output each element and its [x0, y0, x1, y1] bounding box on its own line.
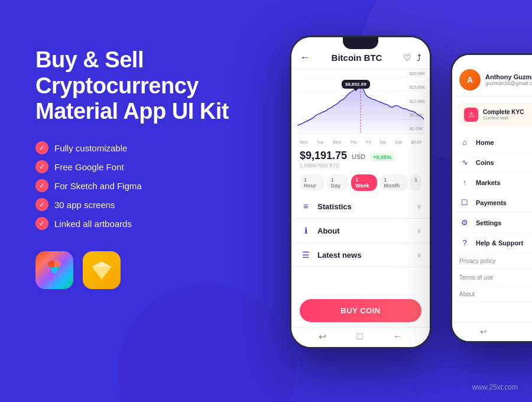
check-icon: ✓	[35, 179, 48, 192]
topbar-icons: ♡ ⤴	[403, 53, 421, 63]
nav-coins-label: Coins	[476, 159, 494, 166]
kyc-text: Complete KYC Current task	[483, 109, 524, 121]
accordion-about[interactable]: ℹ About ∨	[291, 219, 430, 243]
price-value: $9,191.75	[300, 150, 347, 162]
check-icon: ✓	[35, 141, 48, 154]
tab-1hour[interactable]: 1 Hour	[300, 174, 325, 191]
nav-recent-icon[interactable]: ←	[393, 331, 403, 342]
privacy-policy-link[interactable]: Privacy policy	[452, 253, 532, 270]
kyc-subtitle: Current task	[483, 115, 524, 121]
tab-1day[interactable]: 1 Day	[327, 174, 349, 191]
settings-icon: ⚙	[459, 218, 470, 227]
user-name: Anthony Guzman	[485, 73, 532, 80]
news-icon: ☰	[300, 250, 312, 260]
share-icon[interactable]: ⤴	[417, 53, 421, 63]
phone-right-screen: A Anthony Guzman guzman33@gmail.com ⚠ Co…	[452, 55, 532, 341]
statistics-label: Statistics	[317, 202, 411, 211]
kyc-banner[interactable]: ⚠ Complete KYC Current task	[458, 103, 532, 127]
nav-markets[interactable]: ↑ Markets	[452, 173, 532, 193]
nav-home-label: Home	[476, 139, 494, 146]
phone-right-bottom-nav: ↩ □	[452, 322, 532, 341]
list-item: ✓ Fully customizable	[35, 141, 260, 154]
svg-marker-6	[92, 262, 111, 267]
nav-payments[interactable]: ☐ Payments	[452, 193, 532, 213]
screen-title: Bitcoin BTC	[332, 53, 382, 63]
phone-right-mockup: A Anthony Guzman guzman33@gmail.com ⚠ Co…	[450, 53, 532, 343]
price-change-badge: +0,05%	[370, 153, 394, 161]
phone-notch	[343, 37, 378, 49]
chart-x-labels: MonTueWedThuFriSatSun$0.00	[297, 140, 424, 144]
accordion-statistics[interactable]: ≡ Statistics ∨	[291, 194, 430, 219]
nav-help-label: Help & Support	[476, 239, 523, 247]
buy-coin-button[interactable]: BUY COIN	[300, 299, 421, 322]
check-icon: ✓	[35, 160, 48, 173]
nav-payments-label: Payments	[476, 199, 507, 206]
payments-icon: ☐	[459, 198, 470, 207]
nav-home[interactable]: ⌂ Home	[452, 132, 532, 153]
info-icon: ℹ	[300, 226, 312, 235]
list-item: ✓ Linked all artboards	[35, 217, 260, 230]
kyc-title: Complete KYC	[483, 109, 524, 115]
chart-y-labels: $20.00K $15.00K $10.00K $5.00K $1.00K	[410, 72, 425, 131]
markets-icon: ↑	[459, 178, 470, 187]
accordion: ≡ Statistics ∨ ℹ About ∨ ☰ Latest news ∨	[291, 194, 430, 294]
tab-1month[interactable]: 1 Month	[379, 174, 408, 191]
watermark: www.25xt.com	[472, 383, 518, 391]
terms-of-use-link[interactable]: Terms of use	[452, 270, 532, 286]
nav-settings-label: Settings	[476, 219, 501, 226]
price-tooltip: $8,892.89	[342, 80, 370, 89]
features-list: ✓ Fully customizable ✓ Free Google Font …	[35, 141, 260, 230]
phone-bottom-nav: ↩ □ ←	[291, 327, 430, 347]
nav-markets-label: Markets	[476, 179, 501, 186]
home-icon: ⌂	[459, 138, 470, 147]
help-icon: ?	[459, 238, 470, 247]
about-link[interactable]: About	[452, 286, 532, 303]
back-arrow-icon[interactable]: ←	[300, 51, 310, 64]
left-panel: Buy & SellCryptocurrencyMaterial App UI …	[35, 47, 260, 289]
rp-user-header: A Anthony Guzman guzman33@gmail.com	[452, 55, 532, 97]
list-item: ✓ 30 app screens	[35, 198, 260, 211]
accordion-news[interactable]: ☰ Latest news ∨	[291, 243, 430, 267]
chevron-down-icon: ∨	[417, 227, 421, 235]
check-icon: ✓	[35, 217, 48, 230]
figma-icon	[35, 251, 73, 289]
chevron-down-icon: ∨	[417, 203, 421, 210]
avatar: A	[459, 69, 481, 90]
sketch-icon	[83, 251, 121, 289]
user-info: Anthony Guzman guzman33@gmail.com	[485, 73, 532, 86]
bg-blob-bottom-left	[118, 284, 296, 402]
nav-home-icon[interactable]: □	[357, 331, 363, 342]
about-label: About	[317, 226, 411, 235]
coins-icon: ∿	[459, 158, 470, 167]
tool-icons	[35, 251, 260, 289]
check-icon: ✓	[35, 198, 48, 211]
list-item: ✓ For Sketch and Figma	[35, 179, 260, 192]
kyc-warning-icon: ⚠	[464, 108, 478, 122]
tab-1week[interactable]: 1 Week	[351, 174, 377, 191]
nav-settings[interactable]: ⚙ Settings	[452, 213, 532, 233]
nav-help[interactable]: ? Help & Support	[452, 233, 532, 253]
heart-icon[interactable]: ♡	[403, 53, 411, 63]
chart-area: $8,892.89	[291, 69, 430, 146]
nav-coins[interactable]: ∿ Coins	[452, 153, 532, 173]
phone-center-mockup: ← Bitcoin BTC ♡ ⤴ $8,892.89	[290, 35, 432, 349]
phone-screen: ← Bitcoin BTC ♡ ⤴ $8,892.89	[291, 37, 430, 347]
rp-nav-back-icon[interactable]: ↩	[480, 327, 487, 336]
statistics-icon: ≡	[300, 202, 312, 211]
list-item: ✓ Free Google Font	[35, 160, 260, 173]
price-currency: USD	[352, 153, 365, 160]
news-label: Latest news	[317, 251, 411, 260]
price-section: $9,191.75 USD +0,05% 1.00067933 BTC	[291, 146, 430, 171]
time-tabs: 1 Hour 1 Day 1 Week 1 Month 1	[291, 171, 430, 194]
nav-back-icon[interactable]: ↩	[319, 331, 326, 342]
chevron-down-icon: ∨	[417, 251, 421, 259]
price-btc: 1.00067933 BTC	[300, 163, 421, 168]
user-email: guzman33@gmail.com	[485, 80, 532, 86]
tab-extra[interactable]: 1	[410, 174, 421, 191]
main-title: Buy & SellCryptocurrencyMaterial App UI …	[35, 47, 260, 125]
